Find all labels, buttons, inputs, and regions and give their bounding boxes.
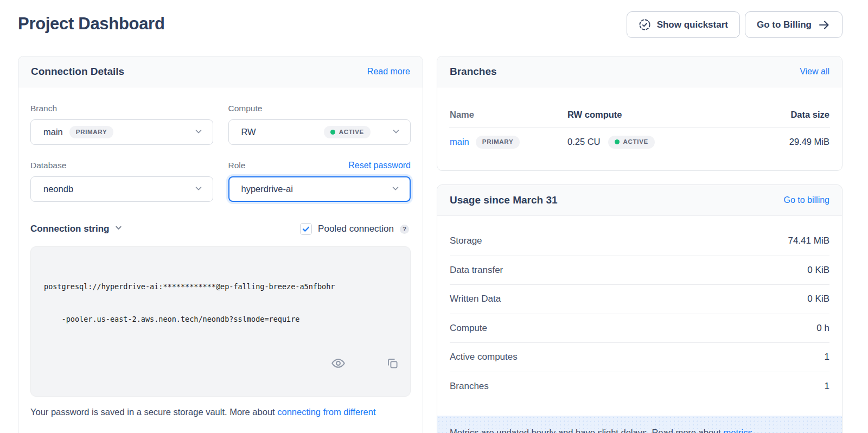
quickstart-check-circle-icon — [639, 18, 651, 31]
read-more-link[interactable]: Read more — [367, 67, 410, 77]
role-select[interactable]: hyperdrive-ai — [228, 176, 411, 202]
usage-value: 0 h — [816, 323, 829, 334]
reset-password-link[interactable]: Reset password — [348, 161, 411, 170]
compute-label: Compute — [228, 104, 411, 113]
code-actions — [303, 340, 399, 389]
connection-string-row: Connection string Pooled connection ? — [30, 223, 411, 235]
usage-body: Storage 74.41 MiB Data transfer 0 KiB Wr… — [437, 216, 842, 401]
show-quickstart-button[interactable]: Show quickstart — [627, 11, 740, 38]
primary-badge: PRIMARY — [69, 126, 114, 139]
password-vault-text: Your password is saved in a secure stora… — [30, 407, 277, 417]
usage-value: 0 KiB — [807, 294, 829, 304]
metrics-note-text: Metrics are updated hourly and have slig… — [450, 428, 723, 433]
show-quickstart-label: Show quickstart — [657, 20, 728, 30]
metrics-update-note: Metrics are updated hourly and have slig… — [437, 416, 842, 433]
compute-field: Compute RW ACTIVE — [228, 104, 411, 145]
usage-title: Usage since March 31 — [450, 194, 558, 206]
header-actions: Show quickstart Go to Billing — [627, 11, 843, 38]
branch-select[interactable]: main PRIMARY — [30, 119, 213, 145]
go-to-billing-link[interactable]: Go to billing — [784, 195, 830, 205]
copy-icon — [358, 364, 399, 380]
branches-title: Branches — [450, 66, 497, 78]
branch-field: Branch main PRIMARY — [30, 104, 213, 145]
usage-label: Storage — [450, 235, 482, 246]
chevron-down-icon — [391, 183, 400, 195]
view-all-link[interactable]: View all — [800, 67, 829, 77]
branch-label: Branch — [30, 104, 213, 113]
connection-string-line-1: postgresql://hyperdrive-ai:************@… — [44, 281, 397, 292]
branch-name-link[interactable]: main — [450, 137, 469, 147]
usage-card: Usage since March 31 Go to billing Stora… — [437, 184, 843, 433]
connection-fields: Branch main PRIMARY Compute RW — [30, 104, 411, 202]
role-label: Role — [228, 161, 246, 170]
password-vault-note: Your password is saved in a secure stora… — [30, 407, 411, 417]
active-status-dot — [615, 139, 620, 144]
go-to-billing-label: Go to Billing — [757, 20, 812, 30]
connection-details-title: Connection Details — [31, 66, 124, 78]
branches-header: Branches View all — [437, 56, 842, 87]
database-select[interactable]: neondb — [30, 176, 213, 202]
usage-value: 74.41 MiB — [788, 235, 829, 246]
usage-label: Written Data — [450, 294, 501, 304]
connecting-from-different-link[interactable]: connecting from different — [277, 407, 375, 417]
active-status-dot — [330, 130, 335, 135]
connection-string-code-block[interactable]: postgresql://hyperdrive-ai:************@… — [30, 246, 411, 397]
go-to-billing-button[interactable]: Go to Billing — [745, 11, 843, 38]
database-value: neondb — [43, 184, 73, 194]
chevron-down-icon — [391, 126, 401, 138]
database-label: Database — [30, 161, 213, 170]
branches-body: Name RW compute Data size main PRIMARY 0… — [437, 87, 842, 159]
branches-card: Branches View all Name RW compute Data s… — [437, 56, 843, 171]
usage-label: Compute — [450, 323, 487, 334]
connection-string-toggle[interactable]: Connection string — [30, 223, 123, 235]
usage-label: Active computes — [450, 352, 518, 362]
usage-row-data-transfer: Data transfer 0 KiB — [450, 256, 829, 285]
usage-label: Branches — [450, 381, 489, 392]
role-label-row: Role Reset password — [228, 161, 411, 170]
usage-header: Usage since March 31 Go to billing — [437, 185, 842, 216]
column-name: Name — [450, 110, 567, 120]
usage-value: 0 KiB — [807, 265, 829, 276]
connection-string-label: Connection string — [30, 224, 109, 234]
pooled-connection-checkbox[interactable] — [300, 223, 312, 235]
database-field: Database neondb — [30, 161, 213, 202]
branch-table-row[interactable]: main PRIMARY 0.25 CU ACTIVE 29.49 MiB — [449, 128, 830, 159]
primary-badge: PRIMARY — [476, 136, 520, 149]
chevron-down-icon — [194, 126, 203, 138]
branch-size-cell: 29.49 MiB — [721, 137, 829, 147]
copy-button[interactable] — [358, 340, 399, 388]
usage-value: 1 — [825, 352, 829, 362]
chevron-down-icon — [194, 183, 203, 195]
project-dashboard-screen: Project Dashboard Show quickstart Go to … — [0, 0, 868, 433]
branch-compute-cell: 0.25 CU ACTIVE — [567, 136, 721, 149]
active-badge-label: ACTIVE — [339, 129, 364, 136]
usage-label: Data transfer — [450, 265, 503, 276]
usage-row-written-data: Written Data 0 KiB — [450, 285, 829, 314]
active-badge-label: ACTIVE — [623, 139, 648, 145]
branch-compute-value: 0.25 CU — [567, 137, 601, 147]
branch-name-cell: main PRIMARY — [450, 136, 567, 149]
compute-select[interactable]: RW ACTIVE — [228, 119, 411, 145]
compute-value: RW — [241, 127, 256, 137]
eye-icon — [303, 364, 346, 380]
help-icon[interactable]: ? — [400, 225, 409, 234]
reveal-password-button[interactable] — [303, 340, 346, 389]
active-badge: ACTIVE — [608, 136, 655, 149]
metrics-link[interactable]: metrics — [723, 428, 752, 433]
role-field: Role Reset password hyperdrive-ai — [228, 161, 411, 202]
usage-row-active-computes: Active computes 1 — [450, 343, 829, 372]
usage-row-storage: Storage 74.41 MiB — [450, 227, 829, 256]
column-data-size: Data size — [721, 110, 829, 120]
connection-details-header: Connection Details Read more — [18, 56, 423, 87]
usage-row-branches: Branches 1 — [450, 372, 829, 402]
active-badge: ACTIVE — [324, 126, 371, 139]
connection-details-body: Branch main PRIMARY Compute RW — [18, 104, 423, 417]
branch-value: main — [43, 127, 63, 137]
branches-table-header: Name RW compute Data size — [449, 87, 830, 128]
usage-row-compute: Compute 0 h — [450, 314, 829, 343]
chevron-down-icon — [114, 223, 123, 235]
column-rw-compute: RW compute — [567, 110, 721, 120]
page-title: Project Dashboard — [18, 14, 165, 34]
arrow-right-icon — [818, 18, 831, 31]
usage-value: 1 — [825, 381, 829, 392]
